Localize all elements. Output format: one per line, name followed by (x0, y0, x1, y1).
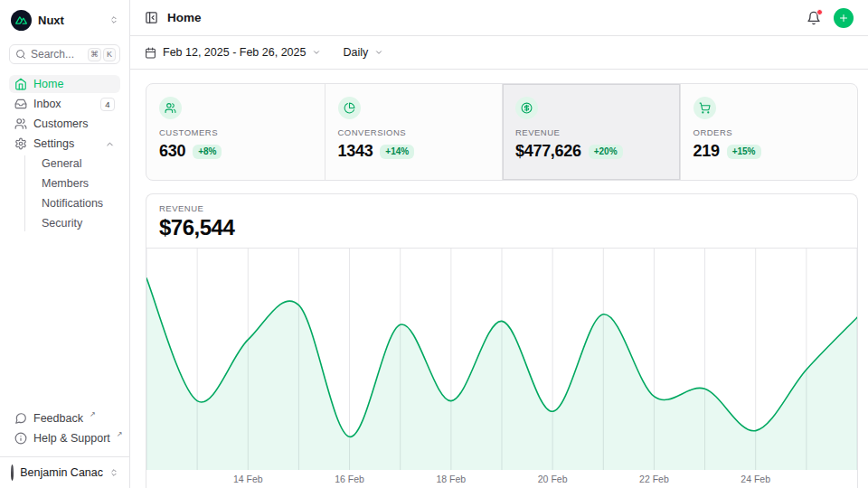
stat-value: 1343 (338, 142, 373, 161)
search-placeholder: Search... (31, 48, 74, 61)
stat-card-revenue[interactable]: REVENUE $477,626 +20% (502, 84, 680, 180)
calendar-icon (145, 47, 156, 59)
notifications-button[interactable] (807, 11, 821, 25)
stat-label: CUSTOMERS (159, 127, 312, 137)
chevron-updown-icon (109, 15, 118, 24)
sidebar-footer-nav: Feedback ↗ Help & Support ↗ (9, 409, 120, 449)
dashboard-content: CUSTOMERS 630 +8% CONVERSIONS 1343 +14% (130, 70, 868, 488)
info-circle-icon (14, 432, 27, 445)
gear-icon (14, 137, 27, 150)
sidebar-item-notifications[interactable]: Notifications (33, 194, 120, 212)
stat-delta-badge: +20% (589, 145, 623, 159)
revenue-chart-card: REVENUE $76,544 14 Feb16 Feb18 Feb20 Feb… (146, 193, 858, 488)
sidebar-item-inbox[interactable]: Inbox 4 (9, 95, 120, 113)
x-axis-tick-label: 20 Feb (538, 474, 568, 484)
page-title: Home (167, 11, 202, 24)
kbd-k: K (103, 48, 116, 61)
date-range-picker[interactable]: Feb 12, 2025 - Feb 26, 2025 (145, 46, 321, 59)
chart-label: REVENUE (159, 203, 844, 213)
cart-icon (693, 97, 716, 119)
chevron-down-icon (374, 48, 383, 57)
home-icon (14, 78, 27, 90)
stat-label: REVENUE (515, 127, 667, 137)
sidebar-item-security[interactable]: Security (33, 214, 120, 232)
filters-toolbar: Feb 12, 2025 - Feb 26, 2025 Daily (130, 36, 868, 70)
search-icon (15, 49, 26, 60)
chevron-down-icon (312, 48, 321, 57)
workspace-name: Nuxt (38, 14, 64, 27)
external-link-icon: ↗ (117, 430, 123, 438)
x-axis-tick-label: 24 Feb (741, 474, 770, 484)
workspace-switcher[interactable]: Nuxt (9, 9, 120, 31)
user-name: Benjamin Canac (20, 466, 103, 479)
x-axis-tick-label: 18 Feb (436, 474, 466, 484)
panel-left-close-icon (145, 11, 158, 24)
stat-card-customers[interactable]: CUSTOMERS 630 +8% (146, 84, 325, 180)
stat-delta-badge: +8% (193, 145, 222, 159)
chart-plot-area: 14 Feb16 Feb18 Feb20 Feb22 Feb24 Feb (146, 248, 857, 488)
chevron-up-icon (105, 139, 115, 149)
notification-dot (816, 9, 823, 15)
period-select[interactable]: Daily (343, 46, 383, 59)
user-menu[interactable]: Benjamin Canac (9, 465, 120, 481)
nuxt-logo-icon (11, 10, 32, 31)
revenue-area-chart: 14 Feb16 Feb18 Feb20 Feb22 Feb24 Feb (146, 249, 857, 488)
chart-value: $76,544 (159, 215, 844, 240)
settings-subnav: General Members Notifications Security (9, 155, 120, 234)
external-link-icon: ↗ (90, 410, 96, 418)
sidebar-nav: Home Inbox 4 Customers Settings Genera (9, 75, 120, 234)
user-avatar (11, 465, 14, 481)
stat-card-orders[interactable]: ORDERS 219 +15% (680, 84, 858, 180)
sidebar-item-settings[interactable]: Settings (9, 135, 120, 153)
sidebar-item-members[interactable]: Members (33, 174, 120, 192)
stats-cards: CUSTOMERS 630 +8% CONVERSIONS 1343 +14% (146, 83, 858, 181)
stat-delta-badge: +15% (727, 145, 761, 159)
add-button[interactable] (834, 8, 854, 28)
search-input[interactable]: Search... ⌘ K (9, 44, 120, 64)
chart-header: REVENUE $76,544 (146, 194, 857, 248)
stat-card-conversions[interactable]: CONVERSIONS 1343 +14% (325, 84, 503, 180)
x-axis-tick-label: 14 Feb (233, 474, 263, 484)
sidebar-item-general[interactable]: General (33, 155, 120, 173)
chevron-updown-icon (109, 468, 118, 477)
main-area: Home Feb 12, 2025 - Feb 26, 2025 (130, 0, 868, 488)
inbox-icon (14, 98, 27, 110)
plus-icon (838, 13, 849, 23)
inbox-count-badge: 4 (100, 98, 115, 111)
sidebar-spacer (9, 234, 120, 399)
stat-value: $477,626 (515, 142, 581, 161)
users-icon (159, 97, 182, 119)
users-icon (14, 117, 27, 130)
stat-value: 219 (693, 142, 720, 161)
sidebar-item-customers[interactable]: Customers (9, 115, 120, 133)
page-header: Home (130, 0, 868, 36)
dollar-circle-icon (515, 97, 538, 119)
x-axis-tick-label: 16 Feb (335, 474, 364, 484)
stat-label: ORDERS (693, 127, 845, 137)
feedback-link[interactable]: Feedback ↗ (9, 409, 120, 427)
header-actions (807, 8, 854, 28)
sidebar: Nuxt Search... ⌘ K Home Inbox 4 (0, 0, 130, 488)
kbd-cmd: ⌘ (88, 48, 101, 61)
stat-label: CONVERSIONS (338, 127, 490, 137)
pie-chart-icon (338, 97, 361, 119)
x-axis-tick-label: 22 Feb (639, 474, 669, 484)
stat-value: 630 (159, 142, 185, 161)
chat-bubble-icon (14, 412, 27, 425)
search-shortcut: ⌘ K (88, 48, 116, 61)
sidebar-user-section: Benjamin Canac (0, 456, 129, 481)
stat-delta-badge: +14% (380, 145, 414, 159)
help-support-link[interactable]: Help & Support ↗ (9, 429, 120, 447)
sidebar-item-home[interactable]: Home (9, 75, 120, 93)
collapse-sidebar-button[interactable] (145, 11, 158, 24)
